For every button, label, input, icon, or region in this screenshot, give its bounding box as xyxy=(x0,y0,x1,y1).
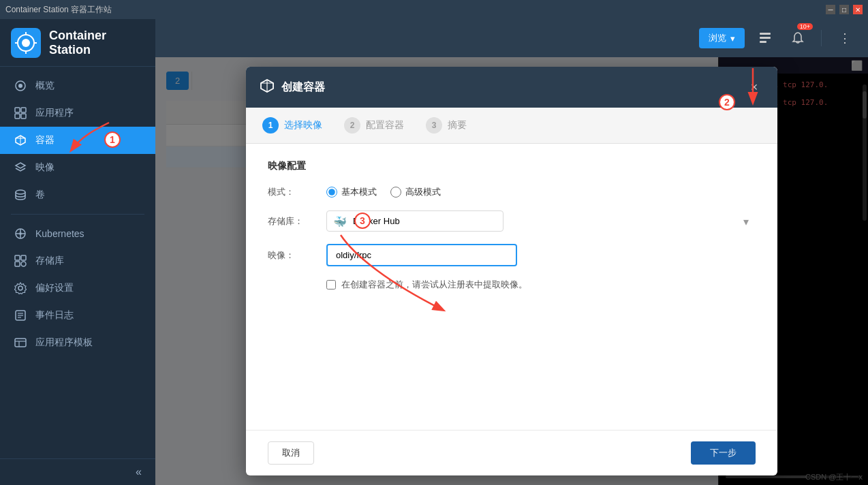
svg-point-4 xyxy=(18,84,22,88)
svg-rect-34 xyxy=(760,41,766,43)
sidebar-collapse-button[interactable]: « xyxy=(136,466,142,478)
step-2-label: 配置容器 xyxy=(366,119,404,131)
sidebar-item-preferences[interactable]: 偏好设置 xyxy=(0,275,155,302)
step-2-circle: 2 xyxy=(344,117,360,134)
next-button[interactable]: 下一步 xyxy=(691,441,756,465)
modal-body: 映像配置 模式： 基本模式 高级模式 xyxy=(246,144,777,430)
sidebar-label-images: 映像 xyxy=(35,161,55,174)
image-label: 映像： xyxy=(268,249,315,262)
svg-rect-7 xyxy=(15,114,20,119)
step-1: 1 选择映像 xyxy=(262,117,322,134)
registry-chevron-icon: ▾ xyxy=(743,215,749,228)
mode-basic-option[interactable]: 基本模式 xyxy=(326,186,377,198)
image-input[interactable] xyxy=(326,244,517,266)
notification-badge: 10+ xyxy=(786,26,810,50)
modal-title: 创建容器 xyxy=(260,78,325,96)
mode-basic-label: 基本模式 xyxy=(341,186,377,198)
svg-rect-32 xyxy=(760,33,771,35)
checkbox-row: 在创建容器之前，请尝试从注册表中提取映像。 xyxy=(326,279,756,291)
registry-row: 存储库： 🐳 Docker Hub 其他 ▾ xyxy=(268,210,756,232)
svg-point-23 xyxy=(21,262,26,266)
svg-rect-8 xyxy=(21,114,26,119)
sidebar-item-images[interactable]: 映像 xyxy=(0,154,155,181)
more-button[interactable]: ⋮ xyxy=(833,26,857,50)
sidebar-label-kubernetes: Kubernetes xyxy=(35,228,84,239)
list-icon xyxy=(14,309,27,322)
modal-backdrop: 创建容器 × 1 选择映像 2 配置容器 xyxy=(155,57,868,485)
helm-icon xyxy=(14,227,27,240)
sidebar-label-app-templates: 应用程序模板 xyxy=(35,337,93,349)
sidebar-item-apps[interactable]: 应用程序 xyxy=(0,99,155,127)
sidebar-item-kubernetes[interactable]: Kubernetes xyxy=(0,220,155,247)
step-3: 3 摘要 xyxy=(426,117,467,134)
sidebar-label-containers: 容器 xyxy=(35,134,55,146)
checkbox-label[interactable]: 在创建容器之前，请尝试从注册表中提取映像。 xyxy=(341,279,527,291)
modal-header: 创建容器 × xyxy=(246,67,777,108)
sidebar-item-storage[interactable]: 存储库 xyxy=(0,247,155,275)
database-icon xyxy=(14,188,27,202)
step-1-label: 选择映像 xyxy=(284,119,322,131)
svg-rect-22 xyxy=(15,262,20,266)
apps-icon xyxy=(14,254,27,268)
sidebar-item-volumes[interactable]: 卷 xyxy=(0,181,155,208)
modal-footer: 取消 下一步 xyxy=(246,430,777,475)
browse-button[interactable]: 浏览 ▾ xyxy=(699,28,745,48)
cancel-button[interactable]: 取消 xyxy=(268,441,314,465)
titlebar: Container Station 容器工作站 ─ □ ✕ xyxy=(0,0,868,19)
step-1-circle: 1 xyxy=(262,117,279,134)
titlebar-title: Container Station 容器工作站 xyxy=(5,4,112,16)
sidebar-item-containers[interactable]: 容器 xyxy=(0,127,155,154)
mode-basic-radio[interactable] xyxy=(326,187,337,198)
sidebar-item-events[interactable]: 事件日志 xyxy=(0,302,155,329)
steps-bar: 1 选择映像 2 配置容器 3 摘要 xyxy=(246,108,777,144)
mode-row: 模式： 基本模式 高级模式 xyxy=(268,186,756,198)
cube-icon xyxy=(14,134,27,147)
content-area: 2 + 创建 导入 操作 ▾ + xyxy=(155,57,868,485)
pull-before-checkbox[interactable] xyxy=(326,280,336,290)
sidebar-label-events: 事件日志 xyxy=(35,309,74,322)
svg-point-2 xyxy=(22,39,30,47)
chevron-down-icon: ▾ xyxy=(730,33,735,44)
step-2: 2 配置容器 xyxy=(344,117,404,134)
registry-select[interactable]: Docker Hub 其他 xyxy=(326,210,503,232)
svg-marker-12 xyxy=(16,163,25,168)
gear-icon xyxy=(14,281,27,295)
close-button[interactable]: ✕ xyxy=(853,5,863,14)
svg-point-13 xyxy=(16,190,25,194)
sidebar-label-preferences: 偏好设置 xyxy=(35,282,74,294)
app-logo xyxy=(11,28,41,58)
main-content: 浏览 ▾ 10+ ⋮ 2 xyxy=(155,19,868,485)
svg-rect-33 xyxy=(760,37,771,39)
window-controls: ─ □ ✕ xyxy=(826,5,863,14)
mode-advanced-label: 高级模式 xyxy=(405,186,441,198)
registry-label: 存储库： xyxy=(268,215,315,228)
app-title: Container Station xyxy=(49,29,144,57)
step-3-label: 摘要 xyxy=(448,119,467,131)
svg-point-24 xyxy=(18,286,22,290)
mode-label: 模式： xyxy=(268,186,315,198)
sidebar-label-volumes: 卷 xyxy=(35,189,45,201)
mode-advanced-option[interactable]: 高级模式 xyxy=(390,186,441,198)
create-container-modal: 创建容器 × 1 选择映像 2 配置容器 xyxy=(246,67,777,475)
modal-title-text: 创建容器 xyxy=(281,80,325,95)
sidebar-item-overview[interactable]: 概览 xyxy=(0,72,155,99)
notification-count: 10+ xyxy=(797,23,813,30)
modal-close-button[interactable]: × xyxy=(745,78,764,97)
sidebar-label-apps: 应用程序 xyxy=(35,107,74,119)
maximize-button[interactable]: □ xyxy=(839,5,849,14)
svg-rect-5 xyxy=(15,108,20,112)
modal-title-icon xyxy=(260,78,275,96)
minimize-button[interactable]: ─ xyxy=(826,5,835,14)
mode-radio-group: 基本模式 高级模式 xyxy=(326,186,756,198)
sidebar-item-app-templates[interactable]: 应用程序模板 xyxy=(0,329,155,356)
tasks-icon-button[interactable] xyxy=(753,26,777,50)
sidebar: Container Station 概览 应用程序 xyxy=(0,19,155,485)
mode-advanced-radio[interactable] xyxy=(390,187,401,198)
image-row: 映像： xyxy=(268,244,756,266)
topbar: 浏览 ▾ 10+ ⋮ xyxy=(155,19,868,57)
topbar-divider xyxy=(821,30,822,46)
sidebar-label-storage: 存储库 xyxy=(35,255,64,267)
circle-icon xyxy=(14,79,27,93)
sidebar-header: Container Station xyxy=(0,19,155,67)
svg-rect-6 xyxy=(21,108,26,112)
